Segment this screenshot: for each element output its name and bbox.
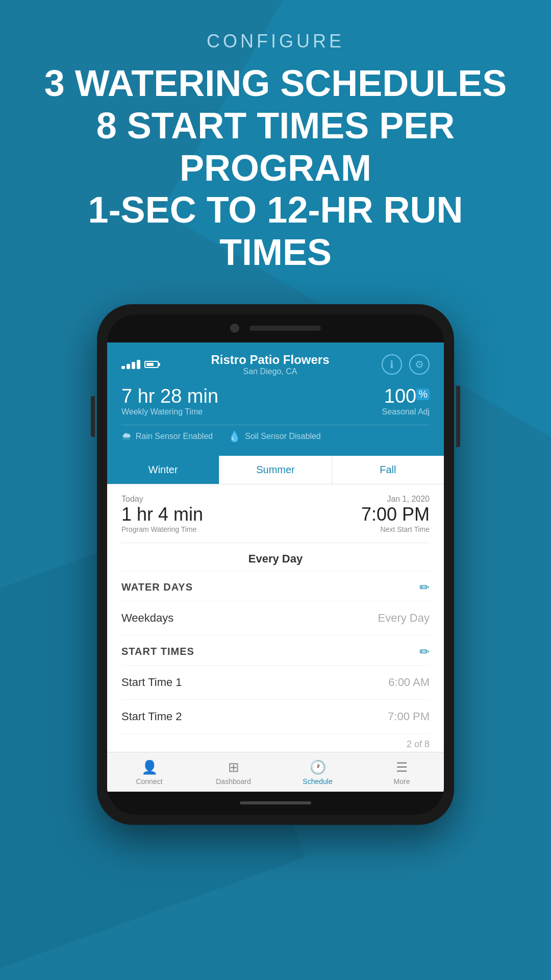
gear-icon: ⚙ xyxy=(415,358,424,371)
signal-battery xyxy=(121,360,159,369)
water-days-title: WATER DAYS xyxy=(121,581,193,593)
app-header: Ristro Patio Flowers San Diego, CA ℹ ⚙ xyxy=(107,342,444,456)
header-section: CONFIGURE 3 WATERING SCHEDULES 8 START T… xyxy=(0,0,551,294)
phone-top-bar xyxy=(107,314,444,342)
next-date: Jan 1, 2020 xyxy=(361,495,430,504)
rain-sensor-label: Rain Sensor Enabled xyxy=(136,432,213,441)
nav-schedule[interactable]: 🕐 Schedule xyxy=(276,752,360,792)
phone-mockup: Ristro Patio Flowers San Diego, CA ℹ ⚙ xyxy=(97,304,454,825)
phone-outer: Ristro Patio Flowers San Diego, CA ℹ ⚙ xyxy=(97,304,454,825)
title-line3: 1-SEC TO 12-HR RUN TIMES xyxy=(31,189,520,274)
bottom-nav[interactable]: 👤 Connect ⊞ Dashboard 🕐 Schedule ☰ xyxy=(107,752,444,792)
home-indicator xyxy=(240,801,311,804)
nav-more[interactable]: ☰ More xyxy=(360,752,444,792)
today-section: Today 1 hr 4 min Program Watering Time xyxy=(121,495,203,533)
start-time-1-value: 6:00 AM xyxy=(388,676,430,689)
info-button[interactable]: ℹ xyxy=(382,354,402,375)
schedule-label: Schedule xyxy=(303,777,332,786)
signal-bar-1 xyxy=(121,366,125,369)
weekly-time-label: Weekly Watering Time xyxy=(121,407,218,416)
info-icon: ℹ xyxy=(390,358,394,371)
program-tabs[interactable]: Winter Summer Fall xyxy=(107,456,444,484)
dashboard-label: Dashboard xyxy=(216,777,251,786)
tab-winter[interactable]: Winter xyxy=(107,456,219,484)
nav-dashboard[interactable]: ⊞ Dashboard xyxy=(191,752,276,792)
start-time-1-row: Start Time 1 6:00 AM xyxy=(121,666,430,700)
signal-bar-3 xyxy=(132,362,135,369)
start-times-edit-icon[interactable]: ✏ xyxy=(419,645,430,659)
phone-screen: Ristro Patio Flowers San Diego, CA ℹ ⚙ xyxy=(107,342,444,792)
more-label: More xyxy=(394,777,410,786)
program-stats: Today 1 hr 4 min Program Watering Time J… xyxy=(121,495,430,543)
station-location: San Diego, CA xyxy=(159,367,382,376)
app-header-top: Ristro Patio Flowers San Diego, CA ℹ ⚙ xyxy=(121,353,430,376)
signal-bar-4 xyxy=(137,360,140,369)
water-days-row: Weekdays Every Day xyxy=(121,601,430,635)
water-days-edit-icon[interactable]: ✏ xyxy=(419,580,430,595)
start-times-header: START TIMES ✏ xyxy=(121,635,430,666)
seasonal-pct-badge: % xyxy=(416,388,430,400)
today-time: 1 hr 4 min xyxy=(121,504,203,525)
watering-time-section: 7 hr 28 min Weekly Watering Time 100 % S… xyxy=(121,385,430,416)
schedule-icon: 🕐 xyxy=(310,760,326,775)
connect-label: Connect xyxy=(136,777,162,786)
station-info: Ristro Patio Flowers San Diego, CA xyxy=(159,353,382,376)
phone-bottom-bar xyxy=(107,792,444,815)
seasonal-value: 100 % xyxy=(382,385,430,407)
start-times-title: START TIMES xyxy=(121,646,194,657)
header-title: 3 WATERING SCHEDULES 8 START TIMES PER P… xyxy=(31,62,520,274)
soil-sensor: 💧 Soil Sensor Disabled xyxy=(228,430,321,443)
weekdays-value: Every Day xyxy=(378,611,430,625)
header-icons[interactable]: ℹ ⚙ xyxy=(382,354,430,375)
speaker-bar xyxy=(249,326,321,331)
every-day-label: Every Day xyxy=(121,543,430,571)
side-button-right xyxy=(456,386,460,447)
settings-button[interactable]: ⚙ xyxy=(409,354,430,375)
tab-summer[interactable]: Summer xyxy=(219,456,332,484)
title-line2: 8 START TIMES PER PROGRAM xyxy=(31,105,520,189)
soil-sensor-label: Soil Sensor Disabled xyxy=(245,432,321,441)
signal-bars xyxy=(121,360,140,369)
today-label: Today xyxy=(121,495,203,504)
today-sublabel: Program Watering Time xyxy=(121,525,203,533)
next-label: Next Start Time xyxy=(361,525,430,533)
weekly-time-value: 7 hr 28 min xyxy=(121,385,218,407)
weekly-time: 7 hr 28 min Weekly Watering Time xyxy=(121,385,218,416)
start-time-1-label: Start Time 1 xyxy=(121,676,182,689)
rain-icon: 🌧 xyxy=(121,430,132,442)
soil-icon: 💧 xyxy=(228,430,241,443)
camera-dot xyxy=(230,324,239,333)
connect-icon: 👤 xyxy=(141,760,158,775)
rain-sensor: 🌧 Rain Sensor Enabled xyxy=(121,430,213,443)
tab-fall[interactable]: Fall xyxy=(332,456,444,484)
water-days-header: WATER DAYS ✏ xyxy=(121,571,430,601)
sensor-row: 🌧 Rain Sensor Enabled 💧 Soil Sensor Disa… xyxy=(121,425,430,448)
next-start-section: Jan 1, 2020 7:00 PM Next Start Time xyxy=(361,495,430,533)
start-time-2-label: Start Time 2 xyxy=(121,710,182,723)
nav-connect[interactable]: 👤 Connect xyxy=(107,752,191,792)
signal-bar-2 xyxy=(127,364,130,369)
start-time-2-row: Start Time 2 7:00 PM xyxy=(121,700,430,734)
program-detail: Today 1 hr 4 min Program Watering Time J… xyxy=(107,484,444,752)
more-icon: ☰ xyxy=(396,760,408,775)
seasonal-adj: 100 % Seasonal Adj xyxy=(382,385,430,416)
battery-fill xyxy=(146,363,154,366)
battery-icon xyxy=(144,361,159,368)
phone-inner: Ristro Patio Flowers San Diego, CA ℹ ⚙ xyxy=(107,314,444,815)
weekdays-label: Weekdays xyxy=(121,611,173,625)
start-times-count: 2 of 8 xyxy=(121,734,430,752)
dashboard-icon: ⊞ xyxy=(228,760,239,775)
start-time-2-value: 7:00 PM xyxy=(388,710,430,723)
side-button-left xyxy=(91,396,95,437)
station-name: Ristro Patio Flowers xyxy=(159,353,382,367)
configure-label: CONFIGURE xyxy=(31,31,520,52)
next-time: 7:00 PM xyxy=(361,504,430,525)
title-line1: 3 WATERING SCHEDULES xyxy=(31,62,520,105)
seasonal-label: Seasonal Adj xyxy=(382,407,430,416)
